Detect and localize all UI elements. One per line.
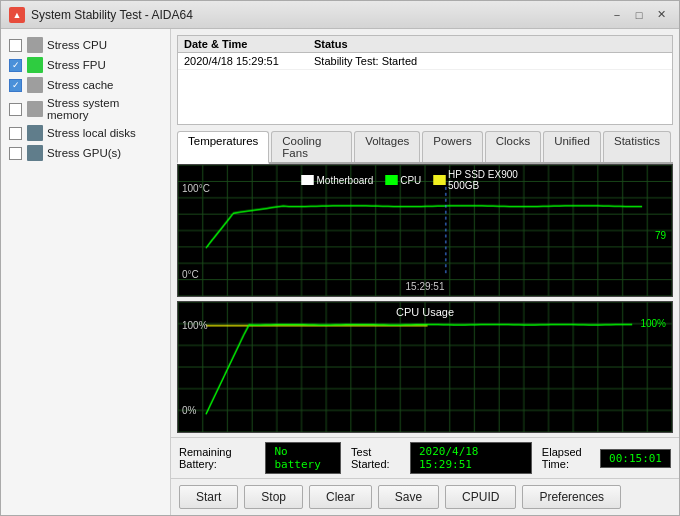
tab-statistics[interactable]: Statistics bbox=[603, 131, 671, 162]
sidebar: Stress CPU Stress FPU Stress cache Stres… bbox=[1, 29, 171, 515]
hp-ssd-color bbox=[433, 175, 445, 185]
cpu-y-max: 100% bbox=[182, 320, 208, 331]
main-panel: Date & Time Status 2020/4/18 15:29:51 St… bbox=[171, 29, 679, 515]
test-started-label: Test Started: bbox=[351, 446, 405, 470]
stress-fpu-label: Stress FPU bbox=[47, 59, 106, 71]
stress-system-memory-icon bbox=[27, 101, 43, 117]
battery-value: No battery bbox=[265, 442, 341, 474]
stop-button[interactable]: Stop bbox=[244, 485, 303, 509]
tab-unified[interactable]: Unified bbox=[543, 131, 601, 162]
cpu-chart-title: CPU Usage bbox=[396, 306, 454, 318]
motherboard-color bbox=[302, 175, 314, 185]
cpu-color: ✓ bbox=[385, 175, 397, 185]
log-datetime: 2020/4/18 15:29:51 bbox=[184, 55, 314, 67]
log-table: Date & Time Status 2020/4/18 15:29:51 St… bbox=[177, 35, 673, 125]
save-button[interactable]: Save bbox=[378, 485, 439, 509]
sidebar-item-stress-fpu[interactable]: Stress FPU bbox=[5, 55, 166, 75]
stress-local-disks-checkbox[interactable] bbox=[9, 127, 22, 140]
close-button[interactable]: ✕ bbox=[651, 6, 671, 24]
temp-chart-legend: Motherboard ✓ CPU HP SSD EX900 500GB bbox=[302, 169, 549, 191]
tab-temperatures[interactable]: Temperatures bbox=[177, 131, 269, 164]
tab-powers[interactable]: Powers bbox=[422, 131, 482, 162]
hp-ssd-label: HP SSD EX900 500GB bbox=[448, 169, 548, 191]
elapsed-value: 00:15:01 bbox=[600, 449, 671, 468]
stress-fpu-icon bbox=[27, 57, 43, 73]
stress-local-disks-icon bbox=[27, 125, 43, 141]
sidebar-item-stress-local-disks[interactable]: Stress local disks bbox=[5, 123, 166, 143]
status-bar: Remaining Battery: No battery Test Start… bbox=[171, 437, 679, 478]
temperature-chart: Motherboard ✓ CPU HP SSD EX900 500GB bbox=[177, 164, 673, 297]
col-status: Status bbox=[314, 38, 348, 50]
app-icon: ▲ bbox=[9, 7, 25, 23]
sidebar-item-stress-gpus[interactable]: Stress GPU(s) bbox=[5, 143, 166, 163]
clear-button[interactable]: Clear bbox=[309, 485, 372, 509]
tab-bar: Temperatures Cooling Fans Voltages Power… bbox=[177, 131, 673, 164]
legend-cpu: ✓ CPU bbox=[385, 175, 421, 186]
temp-y-min: 0°C bbox=[182, 269, 199, 280]
stress-fpu-checkbox[interactable] bbox=[9, 59, 22, 72]
legend-hp-ssd: HP SSD EX900 500GB bbox=[433, 169, 548, 191]
minimize-button[interactable]: − bbox=[607, 6, 627, 24]
sidebar-item-stress-cache[interactable]: Stress cache bbox=[5, 75, 166, 95]
battery-label: Remaining Battery: bbox=[179, 446, 260, 470]
window-title: System Stability Test - AIDA64 bbox=[31, 8, 607, 22]
stress-local-disks-label: Stress local disks bbox=[47, 127, 136, 139]
stress-gpus-label: Stress GPU(s) bbox=[47, 147, 121, 159]
tab-clocks[interactable]: Clocks bbox=[485, 131, 542, 162]
window-controls: − □ ✕ bbox=[607, 6, 671, 24]
tabs-container: Temperatures Cooling Fans Voltages Power… bbox=[177, 131, 673, 164]
tab-cooling-fans[interactable]: Cooling Fans bbox=[271, 131, 352, 162]
tab-voltages[interactable]: Voltages bbox=[354, 131, 420, 162]
sidebar-item-stress-system-memory[interactable]: Stress system memory bbox=[5, 95, 166, 123]
test-started-status: Test Started: 2020/4/18 15:29:51 bbox=[351, 442, 532, 474]
stress-cpu-checkbox[interactable] bbox=[9, 39, 22, 52]
bottom-toolbar: Start Stop Clear Save CPUID Preferences bbox=[171, 478, 679, 515]
log-header: Date & Time Status bbox=[178, 36, 672, 53]
cpu-label: CPU bbox=[400, 175, 421, 186]
sidebar-item-stress-cpu[interactable]: Stress CPU bbox=[5, 35, 166, 55]
temp-x-label: 15:29:51 bbox=[406, 281, 445, 292]
stress-cache-icon bbox=[27, 77, 43, 93]
stress-system-memory-checkbox[interactable] bbox=[9, 103, 22, 116]
stress-cpu-icon bbox=[27, 37, 43, 53]
preferences-button[interactable]: Preferences bbox=[522, 485, 621, 509]
stress-gpus-checkbox[interactable] bbox=[9, 147, 22, 160]
start-button[interactable]: Start bbox=[179, 485, 238, 509]
stress-gpus-icon bbox=[27, 145, 43, 161]
cpu-value-right: 100% bbox=[640, 318, 666, 329]
test-started-value: 2020/4/18 15:29:51 bbox=[410, 442, 532, 474]
stress-cpu-label: Stress CPU bbox=[47, 39, 107, 51]
temp-value-right: 79 bbox=[655, 230, 666, 241]
legend-motherboard: Motherboard bbox=[302, 175, 374, 186]
cpuid-button[interactable]: CPUID bbox=[445, 485, 516, 509]
cpu-usage-chart: CPU Usage 100% 0% 100% bbox=[177, 301, 673, 434]
stress-cache-checkbox[interactable] bbox=[9, 79, 22, 92]
titlebar: ▲ System Stability Test - AIDA64 − □ ✕ bbox=[1, 1, 679, 29]
log-status: Stability Test: Started bbox=[314, 55, 417, 67]
stress-cache-label: Stress cache bbox=[47, 79, 113, 91]
cpu-y-min: 0% bbox=[182, 405, 196, 416]
content-area: Stress CPU Stress FPU Stress cache Stres… bbox=[1, 29, 679, 515]
log-row: 2020/4/18 15:29:51 Stability Test: Start… bbox=[178, 53, 672, 70]
motherboard-label: Motherboard bbox=[317, 175, 374, 186]
temp-y-max: 100°C bbox=[182, 183, 210, 194]
battery-status: Remaining Battery: No battery bbox=[179, 442, 341, 474]
main-window: ▲ System Stability Test - AIDA64 − □ ✕ S… bbox=[0, 0, 680, 516]
stress-system-memory-label: Stress system memory bbox=[47, 97, 162, 121]
elapsed-label: Elapsed Time: bbox=[542, 446, 595, 470]
elapsed-time-status: Elapsed Time: 00:15:01 bbox=[542, 446, 671, 470]
cpu-canvas bbox=[178, 302, 672, 433]
maximize-button[interactable]: □ bbox=[629, 6, 649, 24]
col-datetime: Date & Time bbox=[184, 38, 314, 50]
charts-area: Motherboard ✓ CPU HP SSD EX900 500GB bbox=[177, 164, 673, 433]
